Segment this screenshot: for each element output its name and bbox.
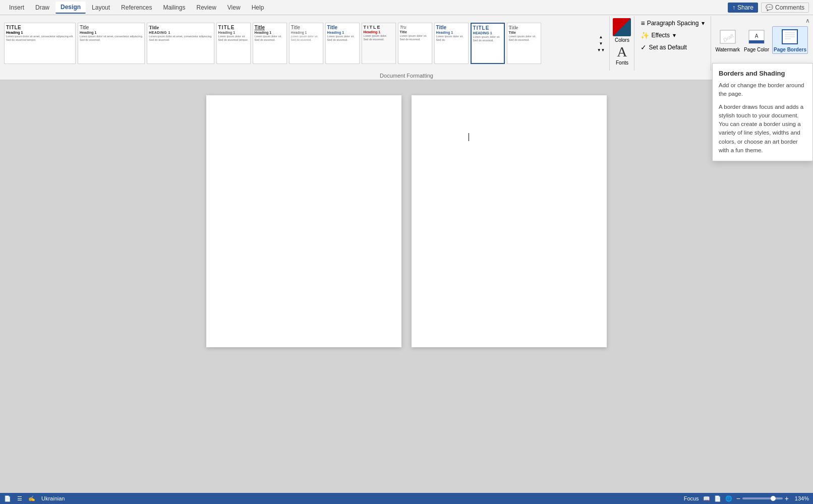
page-color-button[interactable]: A Page Color: [743, 27, 770, 53]
canvas-area: [0, 80, 813, 495]
flyout-description: Add or change the border around the page…: [719, 81, 806, 155]
styles-scroll: TITLE Heading 1 Lorem ipsum dolor sit am…: [4, 23, 595, 64]
read-mode-icon[interactable]: 📖: [703, 495, 710, 502]
watermark-label: Watermark: [715, 47, 740, 52]
page-bg-buttons: Draft Watermark A Page Color: [714, 18, 808, 62]
set-default-icon: ✓: [641, 43, 647, 51]
tab-design[interactable]: Design: [55, 2, 86, 14]
page-borders-flyout: Borders and Shading Add or change the bo…: [712, 63, 813, 161]
page-indicator: 📄: [4, 495, 11, 502]
fonts-label: Fonts: [616, 60, 628, 66]
colors-swatch: [613, 18, 631, 36]
style-item-5[interactable]: Title Heading 1 Lorem ipsum dolor sit. S…: [253, 23, 287, 64]
zoom-in-button[interactable]: +: [785, 494, 789, 502]
zoom-slider[interactable]: [742, 497, 783, 499]
document-page-2[interactable]: [412, 95, 607, 347]
share-icon: ↑: [732, 4, 735, 11]
colors-button[interactable]: Colors: [613, 18, 631, 43]
tab-references[interactable]: References: [116, 2, 157, 13]
status-right: Focus 📖 📄 🌐 − + 134%: [684, 494, 809, 502]
paragraph-spacing-icon: ≡: [641, 19, 645, 27]
status-bar: 📄 ☰ ✍ Ukrainian Focus 📖 📄 🌐 − + 134%: [0, 493, 813, 504]
focus-label[interactable]: Focus: [684, 495, 699, 501]
paragraph-spacing-arrow: ▾: [702, 20, 705, 27]
comments-icon: 💬: [766, 4, 773, 11]
gallery-expand[interactable]: ▼▼: [596, 47, 607, 53]
page-borders-icon: [781, 28, 799, 46]
style-item-10[interactable]: Title Heading 1 Lorem ipsum dolor sit. S…: [434, 23, 469, 64]
style-item-default[interactable]: TITLE Heading 1 Lorem ipsum dolor sit am…: [4, 23, 76, 64]
document-page-1: [206, 95, 401, 347]
style-item-12[interactable]: Title Title Lorem ipsum dolor sit. Sed d…: [507, 23, 541, 64]
effects-arrow: ▾: [673, 32, 676, 39]
svg-text:A: A: [755, 33, 759, 39]
style-item-6[interactable]: Title Heading 1 Lorem ipsum dolor sit. S…: [289, 23, 323, 64]
web-layout-icon[interactable]: 🌐: [725, 495, 732, 502]
effects-label: Effects: [651, 32, 669, 39]
style-item-3[interactable]: Title HEADING 1 Lorem ipsum dolor sit am…: [147, 23, 214, 64]
zoom-out-button[interactable]: −: [736, 494, 740, 502]
paragraph-spacing-label: Paragraph Spacing: [647, 20, 699, 27]
tab-insert[interactable]: Insert: [4, 2, 29, 13]
tab-bar: Insert Draw Design Layout References Mai…: [0, 0, 813, 15]
page-borders-label: Page Borders: [774, 47, 806, 52]
tab-mailings[interactable]: Mailings: [158, 2, 190, 13]
word-count-icon: ☰: [17, 495, 22, 502]
colors-fonts-group: Colors A Fonts: [610, 16, 634, 71]
style-item-2[interactable]: Title Heading 1 Lorem ipsum dolor sit am…: [78, 23, 145, 64]
watermark-button[interactable]: Draft Watermark: [714, 27, 741, 53]
tab-draw[interactable]: Draw: [30, 2, 54, 13]
set-as-default-label: Set as Default: [649, 44, 686, 51]
style-item-7[interactable]: Title Heading 1 Lorem ipsum dolor sit. S…: [325, 23, 360, 64]
paragraph-spacing-button[interactable]: ≡ Paragraph Spacing ▾: [638, 18, 707, 28]
comments-button[interactable]: 💬 Comments: [761, 3, 809, 13]
document-formatting-label: Document Formatting: [0, 72, 813, 80]
flyout-title: Borders and Shading: [719, 70, 806, 77]
fonts-button[interactable]: A Fonts: [616, 45, 628, 66]
tab-view[interactable]: View: [222, 2, 246, 13]
style-item-4[interactable]: TITLE Heading 1 Lorem ipsum dolor sit. S…: [216, 23, 251, 64]
effects-button[interactable]: ✨ Effects ▾: [638, 30, 707, 40]
gallery-scroll[interactable]: ▲ ▼ ▼▼: [595, 33, 608, 54]
zoom-area: − +: [736, 494, 789, 502]
ribbon-content: TITLE Heading 1 Lorem ipsum dolor sit am…: [0, 15, 813, 72]
print-layout-icon[interactable]: 📄: [714, 495, 721, 502]
set-as-default-button[interactable]: ✓ Set as Default: [638, 42, 707, 52]
style-item-8[interactable]: TITLE Heading 1 Lorem ipsum dolor. Sed d…: [362, 23, 396, 64]
language-indicator[interactable]: Ukrainian: [41, 495, 65, 501]
styles-gallery: TITLE Heading 1 Lorem ipsum dolor sit am…: [2, 16, 610, 71]
effects-icon: ✨: [641, 31, 649, 39]
zoom-percent[interactable]: 134%: [793, 495, 809, 501]
tab-help[interactable]: Help: [247, 2, 269, 13]
tab-review[interactable]: Review: [191, 2, 221, 13]
watermark-icon: Draft: [719, 28, 737, 46]
svg-rect-3: [749, 40, 764, 43]
style-item-11[interactable]: TITLE HEADING 1 Lorem ipsum dolor sit. S…: [471, 23, 505, 64]
track-changes-icon: ✍: [28, 495, 35, 502]
style-item-9[interactable]: Tru Title Lorem ipsum dolor sit. Sed do …: [398, 23, 432, 64]
text-cursor: [469, 133, 469, 141]
page-borders-button[interactable]: Page Borders: [772, 26, 808, 54]
fonts-icon: A: [617, 45, 627, 59]
para-section-label: [638, 68, 707, 69]
page-color-icon: A: [747, 28, 766, 46]
gallery-scroll-down[interactable]: ▼: [596, 41, 607, 46]
page-color-label: Page Color: [744, 47, 769, 52]
para-group: ≡ Paragraph Spacing ▾ ✨ Effects ▾ ✓ Set …: [634, 16, 711, 71]
zoom-slider-thumb: [771, 496, 776, 501]
colors-label: Colors: [615, 37, 629, 43]
tab-layout[interactable]: Layout: [87, 2, 115, 13]
gallery-scroll-up[interactable]: ▲: [596, 34, 607, 40]
page-background-group: Draft Watermark A Page Color: [711, 16, 811, 71]
ribbon-collapse-button[interactable]: ∧: [805, 17, 810, 24]
share-button[interactable]: ↑ Share: [728, 3, 758, 13]
